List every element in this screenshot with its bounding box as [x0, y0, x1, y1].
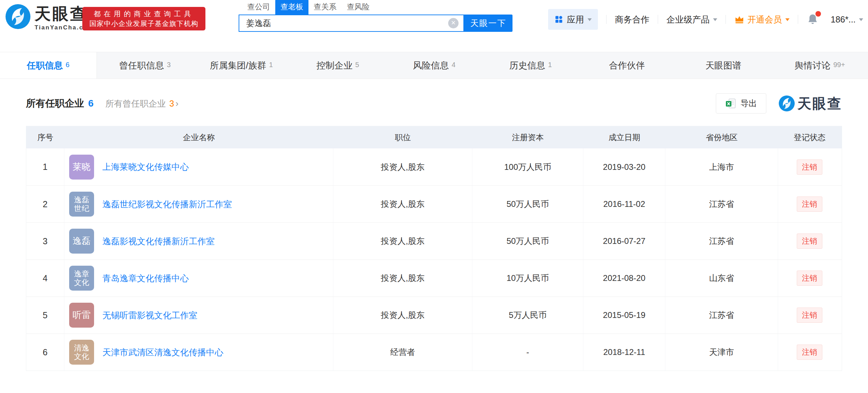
table-row: 5听雷无锡听雷影视文化工作室投资人,股东5万人民币2015-05-19江苏省注销 [26, 296, 842, 333]
divider [798, 15, 798, 24]
table-row: 2逸磊世纪逸磊世纪影视文化传播新沂工作室投资人,股东50万人民币2016-11-… [26, 185, 842, 222]
tab-label: 合作伙伴 [609, 60, 645, 72]
position-cell: 投资人,股东 [333, 297, 472, 333]
profile-tab-8[interactable]: 舆情讨论99+ [772, 52, 868, 79]
divider [658, 15, 658, 24]
top-header: 天眼查 TianYanCha.com 都在用的商业查询工具 国家中小企业发展子基… [0, 0, 868, 52]
status-badge: 注销 [797, 159, 822, 175]
tab-label: 历史信息 [509, 60, 545, 72]
company-avatar[interactable]: 逸磊 [69, 229, 94, 254]
province-cell: 天津市 [665, 334, 778, 371]
profile-tab-1[interactable]: 曾任职信息3 [97, 52, 193, 79]
search-tab-2[interactable]: 查关系 [308, 0, 342, 15]
chevron-right-icon: › [175, 98, 178, 109]
former-companies-label: 所有曾任职企业 [105, 98, 166, 109]
row-index: 5 [26, 297, 64, 333]
registered-capital-cell: 50万人民币 [472, 186, 583, 222]
company-name-link[interactable]: 逸磊世纪影视文化传播新沂工作室 [102, 199, 232, 210]
status-cell: 注销 [778, 223, 841, 259]
position-cell: 投资人,股东 [333, 260, 472, 296]
nav-business-coop[interactable]: 商务合作 [615, 14, 649, 25]
tab-count-badge: 5 [355, 61, 359, 69]
clear-icon[interactable]: × [448, 18, 459, 28]
status-cell: 注销 [778, 148, 841, 185]
avatar-text-line: 世纪 [74, 204, 89, 213]
search-box: × [239, 15, 464, 32]
former-companies-link[interactable]: 所有曾任职企业 3 › [105, 98, 179, 109]
nav-enterprise-products[interactable]: 企业级产品 [666, 14, 717, 25]
tab-count-badge: 1 [548, 61, 552, 69]
status-badge: 注销 [797, 308, 822, 323]
company-cell: 逸章文化青岛逸章文化传播中心 [64, 260, 333, 296]
table-row: 4逸章文化青岛逸章文化传播中心投资人,股东10万人民币2021-08-20山东省… [26, 259, 842, 296]
profile-tab-6[interactable]: 合作伙伴 [579, 52, 675, 79]
tab-count-badge: 1 [269, 61, 273, 69]
profile-tab-3[interactable]: 控制企业5 [289, 52, 386, 79]
profile-tab-2[interactable]: 所属集团/族群1 [193, 52, 290, 79]
company-name-link[interactable]: 上海莱晓文化传媒中心 [102, 161, 189, 173]
established-date-cell: 2016-07-27 [583, 223, 665, 259]
established-date-cell: 2016-11-02 [583, 186, 665, 222]
province-cell: 上海市 [665, 148, 778, 185]
tab-label: 控制企业 [316, 60, 352, 72]
profile-tab-0[interactable]: 任职信息6 [0, 52, 97, 79]
registered-capital-cell: - [472, 334, 583, 371]
search-tab-0[interactable]: 查公司 [242, 0, 275, 15]
status-badge: 注销 [797, 196, 822, 212]
company-avatar[interactable]: 逸章文化 [69, 266, 94, 291]
excel-icon [725, 98, 736, 109]
export-label: 导出 [740, 98, 757, 109]
company-cell: 莱晓上海莱晓文化传媒中心 [64, 148, 333, 185]
tab-count-badge: 3 [167, 61, 171, 69]
established-date-cell: 2019-03-20 [583, 148, 665, 185]
search-button[interactable]: 天眼一下 [464, 15, 513, 32]
table-header-row: 序号企业名称职位注册资本成立日期省份地区登记状态 [26, 126, 842, 148]
column-header-2: 职位 [333, 126, 472, 148]
company-avatar[interactable]: 听雷 [69, 303, 94, 328]
avatar-text-line: 逸磊 [74, 195, 89, 204]
main-content: 所有任职企业 6 所有曾任职企业 3 › 导出 [0, 93, 868, 371]
company-avatar[interactable]: 逸磊世纪 [69, 192, 94, 217]
established-date-cell: 2021-08-20 [583, 260, 665, 296]
search-input[interactable] [239, 15, 463, 31]
registered-capital-cell: 50万人民币 [472, 223, 583, 259]
province-cell: 江苏省 [665, 223, 778, 259]
company-avatar[interactable]: 清逸文化 [69, 340, 94, 365]
profile-tab-4[interactable]: 风险信息4 [386, 52, 482, 79]
company-avatar[interactable]: 莱晓 [69, 155, 94, 180]
section-count: 6 [88, 98, 94, 109]
chevron-down-icon [859, 18, 863, 23]
company-name-link[interactable]: 逸磊影视文化传播新沂工作室 [102, 236, 215, 247]
profile-tab-7[interactable]: 天眼图谱 [675, 52, 772, 79]
profile-tabs: 任职信息6曾任职信息3所属集团/族群1控制企业5风险信息4历史信息1合作伙伴天眼… [0, 52, 868, 79]
account-menu[interactable]: 186*... [831, 15, 863, 25]
status-cell: 注销 [778, 297, 841, 333]
province-cell: 江苏省 [665, 297, 778, 333]
status-badge: 注销 [797, 345, 822, 360]
export-button[interactable]: 导出 [716, 93, 766, 113]
search-tab-3[interactable]: 查风险 [342, 0, 375, 15]
nav-vip-upgrade[interactable]: 开通会员 [734, 14, 789, 25]
watermark-text: 天眼查 [797, 94, 842, 113]
search-tab-1[interactable]: 查老板 [275, 0, 308, 15]
avatar-text-line: 逸磊 [73, 236, 91, 246]
company-name-link[interactable]: 青岛逸章文化传播中心 [102, 273, 189, 284]
company-name-link[interactable]: 天津市武清区清逸文化传播中心 [102, 347, 223, 358]
profile-tab-5[interactable]: 历史信息1 [482, 52, 579, 79]
site-logo[interactable]: 天眼查 TianYanCha.com [6, 4, 94, 31]
search-tabs: 查公司查老板查关系查风险 [239, 1, 513, 15]
apps-menu[interactable]: 应用 [548, 9, 598, 30]
table-row: 3逸磊逸磊影视文化传播新沂工作室投资人,股东50万人民币2016-07-27江苏… [26, 222, 842, 259]
account-phone: 186*... [831, 15, 856, 25]
position-cell: 投资人,股东 [333, 223, 472, 259]
position-cell: 投资人,股东 [333, 186, 472, 222]
table-row: 6清逸文化天津市武清区清逸文化传播中心经营者-2018-12-11天津市注销 [26, 333, 842, 371]
established-date-cell: 2015-05-19 [583, 297, 665, 333]
column-header-5: 省份地区 [665, 126, 778, 148]
crown-icon [734, 14, 745, 25]
promo-line2: 国家中小企业发展子基金旗下机构 [82, 19, 205, 28]
position-cell: 经营者 [333, 334, 472, 371]
notification-bell[interactable] [806, 13, 819, 26]
former-companies-count: 3 [169, 99, 174, 109]
company-name-link[interactable]: 无锡听雷影视文化工作室 [102, 310, 197, 321]
